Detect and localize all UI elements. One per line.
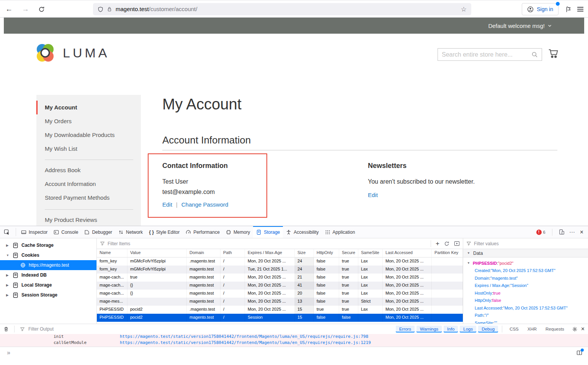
- tab-memory[interactable]: Memory: [223, 226, 253, 238]
- chevron-down-icon[interactable]: [547, 23, 552, 28]
- shield-icon[interactable]: [98, 7, 103, 12]
- chevron-right-icon[interactable]: ▶: [6, 284, 10, 287]
- sidebar-item-cookies[interactable]: ▼ Cookies: [0, 250, 96, 260]
- tree-row-hostonly[interactable]: HostOnly:true: [463, 289, 588, 297]
- filter-output-input[interactable]: [28, 326, 113, 332]
- nav-item-my-orders[interactable]: My Orders: [36, 114, 141, 128]
- column-header[interactable]: Size: [295, 249, 314, 257]
- chevron-down-icon[interactable]: ▼: [467, 261, 470, 265]
- back-button[interactable]: ←: [5, 5, 13, 13]
- bookmark-star-icon[interactable]: ☆: [461, 5, 467, 13]
- menu-button[interactable]: [577, 7, 583, 11]
- nav-item-address-book[interactable]: Address Book: [36, 163, 141, 177]
- sidebar-item-local-storage[interactable]: ▶ Local Storage: [0, 280, 96, 290]
- cookie-row[interactable]: PHPSESSIDpocid2.magento.test/Mon, 20 Oct…: [97, 306, 463, 314]
- data-section-header[interactable]: ▼ Data: [463, 249, 588, 257]
- tree-row-path[interactable]: Path:"/": [463, 312, 588, 319]
- stack-frame-row[interactable]: callGetModule https://magento.test/stati…: [0, 340, 588, 346]
- tab-inspector[interactable]: Inspector: [18, 226, 51, 238]
- close-devtools-button[interactable]: ×: [580, 229, 583, 236]
- search-input[interactable]: [442, 51, 531, 58]
- stack-frame-source-link[interactable]: https://magento.test/static/version17580…: [120, 340, 371, 345]
- tree-row-lastaccessed[interactable]: Last Accessed:"Mon, 20 Oct 2025 17:52:53…: [463, 304, 588, 312]
- library-icon[interactable]: [565, 6, 571, 13]
- tree-row-samesite[interactable]: SameSite:"": [463, 319, 588, 324]
- tree-row-created[interactable]: Created:"Mon, 20 Oct 2025 17:52:53 GMT": [463, 267, 588, 275]
- cookie-row[interactable]: form_keymGMcFofvYi5zpIpimagento.test/Tue…: [97, 266, 463, 274]
- sign-in-button[interactable]: Sign in: [522, 3, 559, 15]
- column-header[interactable]: HttpOnly: [314, 249, 339, 257]
- stack-frame-row[interactable]: init https://magento.test/static/version…: [0, 334, 588, 340]
- console-input-row[interactable]: »: [0, 347, 588, 358]
- sidebar-item-cookies-host-selected[interactable]: https://magento.test: [0, 260, 96, 270]
- edit-newsletters-link[interactable]: Edit: [368, 192, 378, 198]
- tab-style-editor[interactable]: { } Style Editor: [146, 226, 183, 238]
- tab-console[interactable]: Console: [51, 226, 81, 238]
- run-button[interactable]: [454, 241, 460, 246]
- filter-warnings-button[interactable]: Warnings: [416, 326, 442, 332]
- change-password-link[interactable]: Change Password: [181, 201, 229, 208]
- cookie-row[interactable]: mage-cach...truemagento.test/Mon, 20 Oct…: [97, 274, 463, 282]
- nav-item-my-wish-list[interactable]: My Wish List: [36, 142, 141, 156]
- column-header[interactable]: Last Accessed: [383, 249, 432, 257]
- column-header[interactable]: SameSite: [358, 249, 383, 257]
- filter-xhr-button[interactable]: XHR: [524, 326, 540, 332]
- column-header[interactable]: Domain: [187, 249, 220, 257]
- filter-css-button[interactable]: CSS: [506, 326, 522, 332]
- filter-errors-button[interactable]: Errors: [396, 326, 415, 332]
- error-badge[interactable]: ! 6: [536, 230, 546, 235]
- split-console-icon[interactable]: [576, 350, 583, 356]
- column-header[interactable]: Path: [220, 249, 245, 257]
- cookie-row-selected[interactable]: PHPSESSIDpocid2magento.test/Session15fal…: [97, 314, 463, 322]
- edit-contact-link[interactable]: Edit: [162, 201, 172, 208]
- responsive-design-mode-icon[interactable]: [559, 229, 565, 235]
- cookie-row[interactable]: mage-cach...{}magento.test/Mon, 20 Oct 2…: [97, 290, 463, 298]
- gear-icon[interactable]: [572, 326, 578, 332]
- nav-item-account-information[interactable]: Account Information: [36, 177, 141, 191]
- nav-item-my-downloadable-products[interactable]: My Downloadable Products: [36, 128, 141, 142]
- url-bar[interactable]: magento.test/customer/account/ ☆: [93, 3, 471, 15]
- filter-debug-button[interactable]: Debug: [478, 326, 498, 332]
- tree-row-expires[interactable]: Expires / Max-Age:"Session": [463, 282, 588, 290]
- forward-button[interactable]: →: [22, 5, 29, 13]
- add-item-button[interactable]: +: [436, 240, 439, 247]
- chevron-right-icon[interactable]: ▶: [6, 293, 10, 297]
- sidebar-item-cache-storage[interactable]: ▶ Cache Storage: [0, 240, 96, 250]
- tab-performance[interactable]: Performance: [183, 226, 223, 238]
- trash-icon[interactable]: [3, 326, 9, 332]
- nav-item-stored-payment-methods[interactable]: Stored Payment Methods: [36, 191, 141, 205]
- cookie-row[interactable]: form_keymGMcFofvYi5zpIpi.magento.test/Mo…: [97, 257, 463, 266]
- filter-info-button[interactable]: Info: [444, 326, 458, 332]
- refresh-items-button[interactable]: [444, 241, 449, 246]
- sidebar-item-session-storage[interactable]: ▶ Session Storage: [0, 290, 96, 300]
- cart-icon[interactable]: [547, 48, 559, 59]
- welcome-message[interactable]: Default welcome msg!: [488, 23, 545, 29]
- sidebar-item-indexed-db[interactable]: ▶ Indexed DB: [0, 270, 96, 280]
- nav-item-my-account[interactable]: My Account: [36, 101, 141, 114]
- filter-values-input[interactable]: [474, 241, 585, 246]
- tree-row-httponly[interactable]: HttpOnly:false: [463, 297, 588, 305]
- filter-items-input[interactable]: [108, 241, 426, 246]
- nav-item-my-product-reviews[interactable]: My Product Reviews: [36, 213, 141, 226]
- meatball-menu-icon[interactable]: ⋯: [569, 229, 575, 236]
- tab-debugger[interactable]: Debugger: [81, 226, 115, 238]
- cookie-table-header[interactable]: Name Value Domain Path Expires / Max-Age…: [97, 249, 463, 257]
- column-header[interactable]: Value: [127, 249, 187, 257]
- close-console-button[interactable]: ×: [581, 326, 585, 332]
- column-header[interactable]: Partition Key: [432, 249, 463, 257]
- tree-row-domain[interactable]: Domain:"magento.test": [463, 274, 588, 282]
- filter-requests-button[interactable]: Requests: [542, 326, 568, 332]
- stack-frame-source-link[interactable]: https://magento.test/static/version17580…: [120, 334, 368, 339]
- chevron-down-icon[interactable]: ▼: [6, 254, 10, 257]
- pick-element-button[interactable]: [0, 226, 14, 238]
- reload-button[interactable]: [38, 6, 45, 13]
- search-icon[interactable]: [531, 51, 538, 58]
- column-header[interactable]: Expires / Max-Age: [245, 249, 295, 257]
- chevron-right-icon[interactable]: ▶: [6, 244, 10, 247]
- chevron-right-icon[interactable]: ▶: [6, 274, 10, 277]
- column-header[interactable]: Secure: [339, 249, 358, 257]
- tree-row-cookie[interactable]: ▼ PHPSESSID:"pocid2": [463, 259, 588, 267]
- luma-logo[interactable]: LUMA: [34, 42, 109, 64]
- lock-icon[interactable]: [107, 7, 112, 12]
- chevron-down-icon[interactable]: ▼: [467, 251, 470, 255]
